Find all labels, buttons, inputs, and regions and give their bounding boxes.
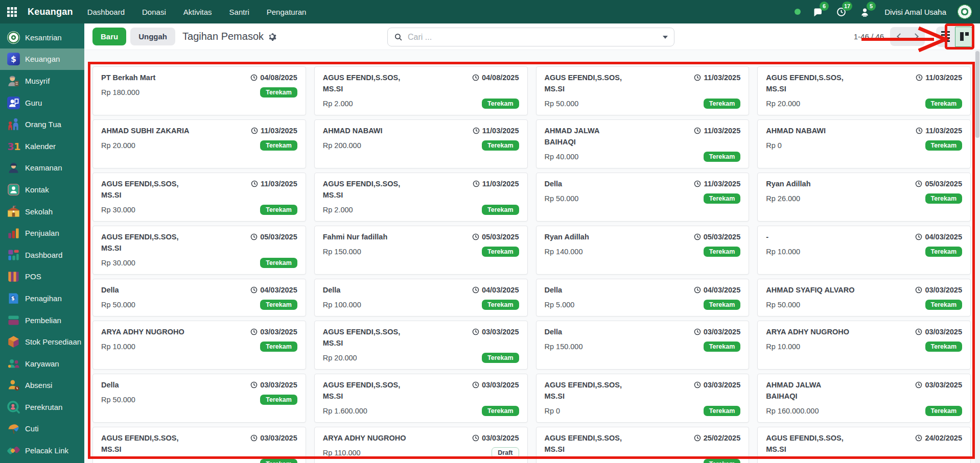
sidebar-item-guru[interactable]: Guru (0, 92, 84, 114)
vendor-name: Della (323, 284, 345, 296)
scrollbar-thumb[interactable] (975, 51, 979, 138)
pager-prev-button[interactable] (890, 27, 907, 46)
page-title: Tagihan Pemasok (182, 31, 264, 42)
bill-amount: Rp 100.000 (323, 299, 361, 310)
kanban-card[interactable]: AGUS EFENDI,S.SOS, MS.SI04/08/2025Rp 2.0… (314, 66, 528, 115)
kanban-view-button[interactable] (955, 27, 974, 47)
bill-amount: Rp 30.000 (101, 204, 135, 215)
kanban-card[interactable]: AHMAD NABAWI11/03/2025Rp 0Terekam (757, 119, 971, 168)
user-avatar[interactable] (956, 4, 973, 20)
bill-amount: Rp 150.000 (323, 246, 361, 257)
kanban-card[interactable]: Della04/03/2025Rp 100.000Terekam (314, 279, 528, 316)
bill-date: 03/03/2025 (694, 326, 741, 337)
sidebar-item-perekrutan[interactable]: Perekrutan (0, 396, 84, 418)
kanban-card[interactable]: ARYA ADHY NUGROHO03/03/2025Rp 10.000Tere… (757, 321, 971, 370)
bill-amount: Rp 200.000 (323, 140, 361, 151)
sidebar-item-absensi[interactable]: Absensi (0, 375, 84, 397)
kanban-card[interactable]: PT Berkah Mart04/08/2025Rp 180.000Tereka… (92, 66, 306, 115)
activities-clock-icon[interactable]: 17 (834, 5, 848, 18)
sidebar-item-label: Guru (25, 99, 42, 107)
clock-icon (916, 127, 923, 134)
sidebar-item-orang-tua[interactable]: Orang Tua (0, 113, 84, 135)
bill-date: 05/03/2025 (472, 231, 519, 242)
sidebar-item-karyawan[interactable]: Karyawan (0, 353, 84, 375)
sidebar-item-dashboard[interactable]: Dashboard (0, 244, 84, 266)
sidebar-item-keuangan[interactable]: $Keuangan (0, 48, 84, 70)
kanban-card[interactable]: Della04/03/2025Rp 50.000Terekam (92, 279, 306, 316)
kanban-card[interactable]: AHMAD NABAWI11/03/2025Rp 200.000Terekam (314, 119, 528, 168)
user-requests-icon[interactable]: 5 (858, 5, 871, 18)
sidebar-item-penjualan[interactable]: Penjualan (0, 222, 84, 244)
sidebar-item-keamanan[interactable]: Keamanan (0, 157, 84, 179)
kanban-card[interactable]: Della04/03/2025Rp 5.000Terekam (536, 279, 750, 316)
search-input[interactable] (408, 33, 663, 42)
main-content: Baru Unggah Tagihan Pemasok 1-46 / 46 (84, 23, 980, 463)
sidebar-item-kontak[interactable]: Kontak (0, 179, 84, 201)
vendor-name: AGUS EFENDI,S.SOS, MS.SI (545, 72, 626, 94)
kanban-card[interactable]: Ryan Adillah05/03/2025Rp 140.000Terekam (536, 226, 750, 275)
kanban-card[interactable]: AGUS EFENDI,S.SOS, MS.SI25/02/2025Tereka… (536, 427, 750, 463)
kanban-card[interactable]: AGUS EFENDI,S.SOS, MS.SI03/03/2025Rp 20.… (314, 321, 528, 370)
sidebar-item-label: Cuti (25, 424, 39, 433)
clock-icon (915, 434, 922, 442)
bill-amount: Rp 40.000 (545, 151, 579, 162)
kanban-card[interactable]: AGUS EFENDI,S.SOS, MS.SI03/03/2025Rp 1.6… (314, 374, 528, 423)
kanban-card[interactable]: AGUS EFENDI,S.SOS, MS.SI11/03/2025Rp 2.0… (314, 173, 528, 222)
search-dropdown-caret-icon[interactable] (663, 36, 668, 39)
nav-menu-pengaturan[interactable]: Pengaturan (267, 8, 307, 16)
vendor-name: AGUS EFENDI,S.SOS, MS.SI (101, 178, 182, 201)
gear-icon[interactable] (268, 32, 276, 41)
kanban-card[interactable]: Della11/03/2025Rp 50.000Terekam (536, 173, 750, 222)
kanban-card[interactable]: Fahmi Nur fadillah05/03/2025Rp 150.000Te… (314, 226, 528, 275)
company-name[interactable]: Divisi Amal Usaha (884, 8, 946, 16)
sidebar-item-pembelian[interactable]: Pembelian (0, 309, 84, 331)
app-name[interactable]: Keuangan (28, 7, 73, 17)
sidebar-item-musyrif[interactable]: Musyrif (0, 70, 84, 92)
pager-next-button[interactable] (907, 27, 925, 46)
kanban-card[interactable]: Ryan Adillah05/03/2025Rp 26.000Terekam (757, 173, 971, 222)
kanban-card[interactable]: -04/03/2025Rp 10.000Terekam (757, 226, 971, 275)
sidebar-item-sekolah[interactable]: Sekolah (0, 201, 84, 223)
kanban-card[interactable]: AGUS EFENDI,S.SOS, MS.SI11/03/2025Rp 20.… (757, 66, 971, 115)
nav-menu-aktivitas[interactable]: Aktivitas (183, 8, 212, 16)
bill-date: 03/03/2025 (915, 284, 962, 296)
kanban-card[interactable]: ARYA ADHY NUGROHO03/03/2025Rp 110.000Dra… (314, 427, 528, 463)
sidebar-item-kesantrian[interactable]: Kesantrian (0, 27, 84, 48)
sales-chart-icon (7, 226, 20, 240)
nav-menu-donasi[interactable]: Donasi (142, 8, 166, 16)
nav-menu-dashboard[interactable]: Dashboard (87, 8, 125, 16)
sidebar-item-stok-persediaan[interactable]: Stok Persediaan (0, 331, 84, 353)
kanban-card[interactable]: AGUS EFENDI,S.SOS, MS.SI05/03/2025Rp 30.… (92, 226, 306, 275)
sidebar-item-cuti[interactable]: Cuti (0, 418, 84, 440)
link-tracker-icon (7, 444, 20, 457)
app-sidebar: Kesantrian$KeuanganMusyrifGuruOrang Tua3… (0, 23, 84, 463)
status-badge: Terekam (482, 353, 519, 363)
list-view-button[interactable] (936, 27, 955, 47)
kanban-card[interactable]: AGUS EFENDI,S.SOS, MS.SI24/02/2025 (757, 427, 971, 463)
bill-amount: Rp 26.000 (766, 193, 800, 204)
bill-amount: Rp 160.000.000 (766, 405, 819, 417)
nav-menu-santri[interactable]: Santri (229, 8, 249, 16)
vertical-scrollbar[interactable] (975, 50, 980, 463)
kanban-card[interactable]: AGUS EFENDI,S.SOS, MS.SI11/03/2025Rp 30.… (92, 173, 306, 222)
kanban-card[interactable]: AHMAD JALWA BAIHAQI03/03/2025Rp 160.000.… (757, 374, 971, 423)
kanban-card[interactable]: AHMAD SYAFIQ ALVARO03/03/2025Rp 50.000Te… (757, 279, 971, 316)
teacher-icon (7, 96, 20, 110)
kanban-card[interactable]: AGUS EFENDI,S.SOS, MS.SI03/03/2025Tereka… (92, 427, 306, 463)
new-button[interactable]: Baru (92, 28, 126, 45)
sidebar-item-pelacak-link[interactable]: Pelacak Link (0, 440, 84, 461)
messages-icon[interactable]: 6 (811, 5, 824, 18)
kanban-card[interactable]: AHMAD SUBHI ZAKARIA11/03/2025Rp 20.000Te… (92, 119, 306, 168)
upload-button[interactable]: Unggah (130, 28, 175, 45)
sidebar-item-penagihan[interactable]: $Penagihan (0, 287, 84, 309)
clock-icon (694, 286, 701, 294)
kanban-card[interactable]: Della03/03/2025Rp 50.000Terekam (92, 374, 306, 423)
sidebar-item-pos[interactable]: POS (0, 266, 84, 288)
kanban-card[interactable]: ARYA ADHY NUGROHO03/03/2025Rp 10.000Tere… (92, 321, 306, 370)
kanban-card[interactable]: Della03/03/2025Rp 150.000Terekam (536, 321, 750, 370)
kanban-card[interactable]: AHMAD JALWA BAIHAQI11/03/2025Rp 40.000Te… (536, 119, 750, 168)
sidebar-item-kalender[interactable]: 31Kalender (0, 135, 84, 157)
kanban-card[interactable]: AGUS EFENDI,S.SOS, MS.SI03/03/2025Rp 0Te… (536, 374, 750, 423)
apps-grid-icon[interactable] (0, 0, 24, 23)
kanban-card[interactable]: AGUS EFENDI,S.SOS, MS.SI11/03/2025Rp 50.… (536, 66, 750, 115)
